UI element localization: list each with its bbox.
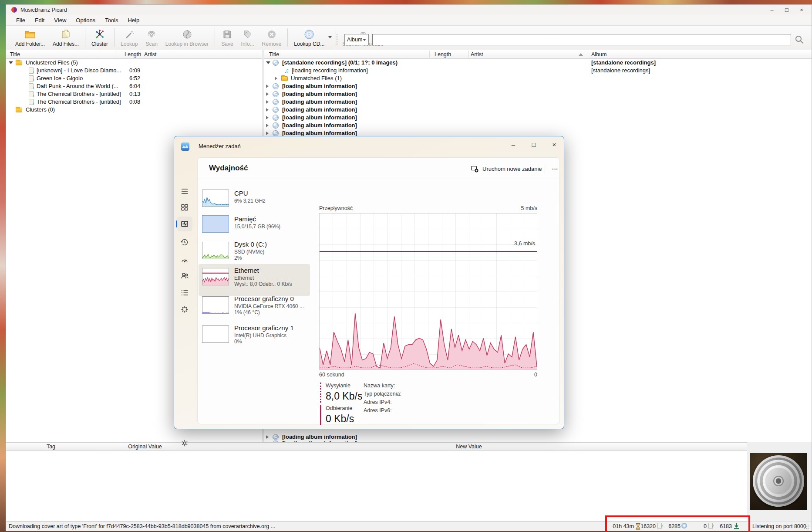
tree-row[interactable]: The Chemical Brothers - [untitled] 0:08: [6, 98, 262, 106]
perf-item-disk[interactable]: Dysk 0 (C:) SSD (NVMe) 2%: [201, 242, 311, 266]
collapsed-arrow-icon[interactable]: [266, 116, 269, 119]
tree-row[interactable]: The Chemical Brothers - [untitled] 0:13: [6, 90, 262, 98]
column-divider[interactable]: [141, 51, 141, 58]
maximize-button[interactable]: □: [779, 5, 794, 15]
services-icon[interactable]: [180, 305, 189, 314]
startup-apps-icon[interactable]: [180, 256, 189, 264]
lookup-cd-dropdown-arrow[interactable]: [328, 36, 332, 38]
search-area: Album: [337, 34, 804, 45]
column-header-title[interactable]: Title: [10, 50, 20, 59]
column-divider[interactable]: [429, 51, 430, 58]
column-divider[interactable]: [468, 51, 469, 58]
performance-icon[interactable]: [180, 220, 189, 228]
cluster-button[interactable]: Cluster: [88, 27, 112, 47]
audio-file-icon: [29, 83, 34, 89]
minimize-button[interactable]: –: [765, 5, 779, 15]
resize-grip[interactable]: [803, 524, 809, 529]
collapsed-arrow-icon[interactable]: [266, 100, 269, 104]
column-divider[interactable]: [191, 444, 191, 450]
audio-file-icon: [29, 75, 34, 81]
tree-row[interactable]: [loading album information]: [264, 122, 812, 129]
tree-row[interactable]: Green Ice - Gigolo 6:52: [6, 75, 262, 82]
collapsed-arrow-icon[interactable]: [266, 92, 269, 96]
perf-item-ethernet[interactable]: Ethernet Ethernet Wysł.: 8,0 Odebr.: 0 K…: [201, 268, 311, 292]
tree-row[interactable]: [loading album information]: [264, 106, 812, 114]
more-options-button[interactable]: ...: [549, 163, 561, 175]
column-divider[interactable]: [588, 51, 588, 58]
perf-item-gpu0[interactable]: Procesor graficzny 0 NVIDIA GeForce RTX …: [201, 296, 311, 321]
tree-row[interactable]: Clusters (0): [6, 106, 262, 114]
menu-file[interactable]: File: [11, 16, 30, 25]
tree-row[interactable]: [standalone recordings] (0/1; 1?; 0 imag…: [264, 59, 812, 67]
lookup-in-browser-button[interactable]: Lookup in Browser: [162, 27, 212, 47]
search-icon[interactable]: [795, 35, 804, 44]
graph-title: Przepływność: [319, 205, 353, 211]
maximize-button[interactable]: □: [524, 136, 543, 154]
album-pane-header: Title Length Artist Album: [264, 50, 812, 59]
perf-item-cpu[interactable]: CPU 6% 3,21 GHz: [201, 190, 311, 214]
add-files-button[interactable]: Add Files...: [49, 27, 83, 47]
perf-item-gpu1[interactable]: Procesor graficzny 1 Intel(R) UHD Graphi…: [201, 325, 311, 350]
minimize-button[interactable]: –: [504, 136, 523, 154]
column-header-length[interactable]: Length: [435, 50, 451, 59]
column-header-original-value[interactable]: Original Value: [119, 443, 171, 451]
collapsed-arrow-icon[interactable]: [266, 124, 269, 127]
column-header-album[interactable]: Album: [591, 50, 606, 59]
column-divider[interactable]: [117, 51, 117, 58]
add-folder-button[interactable]: Add Folder...: [11, 27, 49, 47]
settings-gear-icon[interactable]: [180, 439, 189, 447]
picard-titlebar[interactable]: MusicBrainz Picard – □ ×: [6, 5, 812, 15]
tree-row[interactable]: [loading album information]: [264, 82, 812, 90]
menu-view[interactable]: View: [49, 16, 71, 25]
column-header-new-value[interactable]: New Value: [443, 443, 495, 451]
info-button[interactable]: Info...: [237, 27, 258, 47]
users-icon[interactable]: [180, 271, 189, 280]
menu-tools[interactable]: Tools: [100, 16, 123, 25]
tree-row[interactable]: ♫ [loading recording information] [stand…: [264, 67, 812, 75]
save-button[interactable]: Save: [217, 27, 237, 47]
tree-row[interactable]: [loading album information]: [264, 98, 812, 106]
lookup-button[interactable]: Lookup: [117, 27, 142, 47]
receive-label: Odbieranie: [326, 405, 352, 411]
expanded-arrow-icon[interactable]: [9, 61, 13, 64]
perf-item-memory[interactable]: Pamięć 15,0/15,7 GB (96%): [201, 215, 311, 240]
collapsed-arrow-icon[interactable]: [266, 108, 269, 112]
processes-icon[interactable]: [180, 203, 189, 212]
column-header-artist[interactable]: Artist: [471, 50, 483, 59]
collapsed-arrow-icon[interactable]: [275, 77, 277, 80]
column-header-length[interactable]: Length: [125, 50, 141, 59]
tag-table-body[interactable]: [6, 451, 747, 522]
collapsed-arrow-icon[interactable]: [266, 435, 269, 439]
tree-row[interactable]: Daft Punk - Around the World (... 6:04: [6, 82, 262, 90]
search-input[interactable]: [372, 34, 791, 45]
app-history-icon[interactable]: [180, 238, 189, 247]
details-icon[interactable]: [180, 288, 189, 297]
tree-row[interactable]: [loading album information]: [264, 90, 812, 98]
close-button[interactable]: ×: [545, 136, 564, 154]
run-new-task-button[interactable]: Uruchom nowe zadanie: [468, 163, 545, 175]
task-manager-titlebar[interactable]: Menedżer zadań – □ ×: [174, 136, 564, 157]
column-header-title[interactable]: Title: [269, 50, 279, 59]
cover-art-image[interactable]: [750, 453, 807, 510]
collapsed-arrow-icon[interactable]: [266, 85, 269, 88]
toolbar-drag-handle[interactable]: [337, 34, 338, 45]
tree-row[interactable]: [loading album information]: [264, 114, 812, 122]
menu-icon[interactable]: [180, 187, 189, 196]
tree-row[interactable]: Unclustered Files (5): [6, 59, 262, 67]
column-header-artist[interactable]: Artist: [144, 50, 156, 59]
menu-options[interactable]: Options: [71, 16, 100, 25]
tree-row[interactable]: Unmatched Files (1): [264, 75, 812, 82]
lookup-cd-button[interactable]: Lookup CD...: [290, 27, 328, 47]
collapsed-arrow-icon[interactable]: [266, 132, 269, 135]
column-header-tag[interactable]: Tag: [25, 443, 77, 451]
column-divider[interactable]: [99, 444, 99, 450]
remove-button[interactable]: Remove: [258, 27, 286, 47]
menu-edit[interactable]: Edit: [30, 16, 49, 25]
search-type-select[interactable]: Album: [344, 34, 369, 45]
scan-button[interactable]: Scan: [142, 27, 161, 47]
tree-row[interactable]: [unknown] - I Love Disco Diamo... 0:09: [6, 67, 262, 75]
menu-help[interactable]: Help: [123, 16, 144, 25]
header-divider: [545, 164, 545, 173]
close-button[interactable]: ×: [794, 5, 809, 15]
expanded-arrow-icon[interactable]: [266, 61, 270, 64]
